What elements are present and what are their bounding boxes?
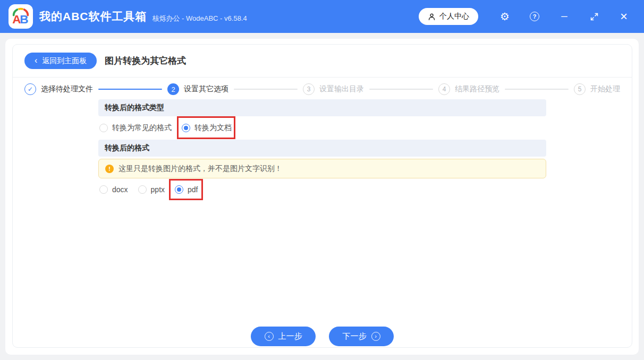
previous-step-label: 上一步	[278, 331, 302, 341]
radio-pptx-label: pptx	[151, 185, 165, 194]
minimize-button[interactable]: ─	[549, 6, 579, 27]
step-3-label: 设置输出目录	[319, 84, 364, 94]
main-panel: ‹ 返回到主面板 图片转换为其它格式 ✓ 选择待处理文件 2 设置其它选项 3 …	[5, 39, 639, 355]
circle-arrow-left-icon: ‹	[265, 332, 274, 341]
step-2-number: 2	[167, 83, 179, 95]
step-3-number: 3	[303, 83, 315, 95]
radio-common-format-label: 转换为常见的格式	[112, 123, 172, 133]
page-title: 图片转换为其它格式	[105, 55, 186, 67]
step-4-result-preview: 4 结果路径预览	[438, 83, 499, 95]
user-center-label: 个人中心	[439, 12, 469, 21]
app-title: 我的ABC软件工具箱	[39, 9, 147, 24]
user-center-button[interactable]: 个人中心	[419, 8, 478, 25]
step-3-output-dir: 3 设置输出目录	[303, 83, 364, 95]
radio-pptx[interactable]: pptx	[138, 185, 165, 194]
radio-docx[interactable]: docx	[99, 185, 128, 194]
abc-logo-icon: A B	[10, 6, 31, 27]
arrow-left-glyph: ‹	[268, 333, 270, 339]
step-5-start-process: 5 开始处理	[574, 83, 620, 95]
step-5-label: 开始处理	[590, 84, 620, 94]
titlebar: A B 我的ABC软件工具箱 核烁办公 - WodeABC - v6.58.4 …	[0, 0, 644, 33]
radio-pdf[interactable]: pdf	[175, 185, 198, 194]
back-to-dashboard-button[interactable]: ‹ 返回到主面板	[24, 53, 97, 69]
step-connector	[369, 89, 433, 90]
wizard-footer: ‹ 上一步 下一步 ›	[13, 327, 632, 347]
minimize-icon: ─	[561, 12, 567, 21]
chevron-left-icon: ‹	[35, 56, 37, 65]
back-button-label: 返回到主面板	[42, 56, 87, 66]
previous-step-button[interactable]: ‹ 上一步	[251, 327, 316, 346]
app-subtitle: 核烁办公 - WodeABC - v6.58.4	[152, 14, 247, 23]
section-output-format-title: 转换后的格式	[105, 143, 149, 153]
app-logo: A B	[9, 4, 33, 29]
step-2-set-options: 2 设置其它选项	[167, 83, 228, 95]
person-icon	[428, 13, 436, 21]
radio-unchecked-icon[interactable]	[99, 185, 108, 194]
radio-document-format[interactable]: 转换为文档	[182, 123, 232, 133]
radio-checked-icon[interactable]	[175, 185, 183, 194]
radio-checked-icon[interactable]	[182, 124, 190, 132]
section-output-format-header: 转换后的格式	[98, 140, 546, 157]
maximize-button[interactable]	[579, 6, 609, 27]
warning-banner: ! 这里只是转换图片的格式，并不是图片文字识别！	[98, 159, 546, 178]
close-button[interactable]: ×	[609, 6, 639, 27]
next-step-label: 下一步	[343, 331, 367, 341]
maximize-icon	[590, 12, 599, 21]
check-icon: ✓	[24, 83, 36, 95]
step-1-select-files: ✓ 选择待处理文件	[24, 83, 93, 95]
radio-document-format-label: 转换为文档	[194, 123, 232, 133]
step-connector	[234, 89, 298, 90]
step-wizard: ✓ 选择待处理文件 2 设置其它选项 3 设置输出目录 4 结果路径预览 5 开…	[13, 78, 632, 95]
options-content: 转换后的格式类型 转换为常见的格式 转换为文档 转换后的格式 ! 这里只是转换图…	[98, 95, 546, 327]
output-format-options: docx pptx pdf	[98, 178, 546, 201]
settings-button[interactable]: ⚙	[490, 6, 520, 27]
close-icon: ×	[620, 10, 628, 23]
step-1-label: 选择待处理文件	[41, 84, 93, 94]
step-2-label: 设置其它选项	[184, 84, 228, 94]
radio-unchecked-icon[interactable]	[138, 185, 147, 194]
step-connector	[505, 89, 569, 90]
section-format-type-header: 转换后的格式类型	[98, 99, 546, 116]
step-connector-done	[98, 89, 162, 90]
help-icon: ?	[530, 12, 539, 21]
step-5-number: 5	[574, 83, 586, 95]
radio-docx-label: docx	[112, 185, 128, 194]
help-button[interactable]: ?	[520, 6, 549, 27]
warning-icon: !	[105, 165, 114, 173]
step-4-label: 结果路径预览	[455, 84, 499, 94]
next-step-button[interactable]: 下一步 ›	[329, 327, 394, 346]
radio-unchecked-icon[interactable]	[99, 124, 108, 132]
radio-common-format[interactable]: 转换为常见的格式	[99, 123, 172, 133]
tool-panel: ‹ 返回到主面板 图片转换为其它格式 ✓ 选择待处理文件 2 设置其它选项 3 …	[12, 44, 632, 348]
warning-text: 这里只是转换图片的格式，并不是图片文字识别！	[118, 164, 282, 174]
gear-icon: ⚙	[500, 11, 510, 22]
logo-letter-b: B	[20, 13, 28, 26]
arrow-right-glyph: ›	[375, 333, 377, 339]
format-type-options: 转换为常见的格式 转换为文档	[98, 116, 546, 140]
radio-pdf-label: pdf	[188, 185, 198, 194]
circle-arrow-right-icon: ›	[371, 332, 380, 341]
step-4-number: 4	[438, 83, 450, 95]
section-format-type-title: 转换后的格式类型	[105, 103, 164, 113]
panel-header: ‹ 返回到主面板 图片转换为其它格式	[13, 45, 632, 78]
